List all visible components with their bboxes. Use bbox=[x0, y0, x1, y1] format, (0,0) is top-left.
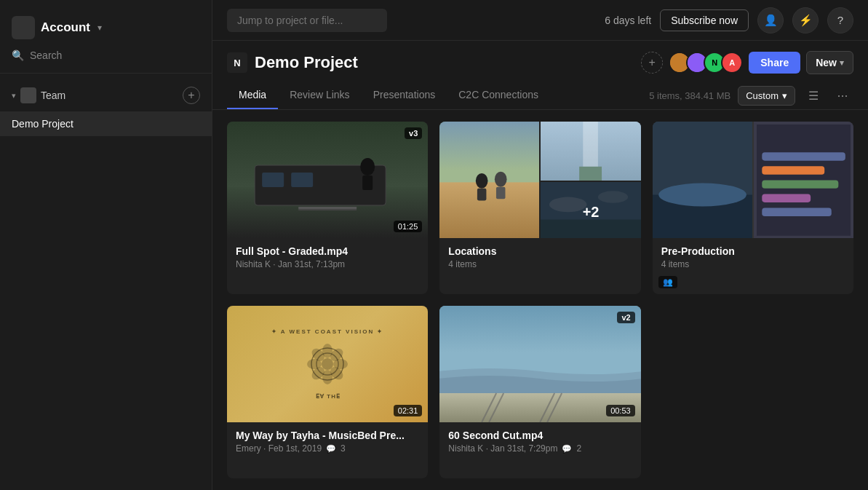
lightning-icon-button[interactable]: ⚡ bbox=[792, 7, 819, 33]
media-card-my-way[interactable]: ✦ A WEST COAST VISION ✦ bbox=[227, 306, 428, 478]
media-card-full-spot[interactable]: v3 01:25 Full Spot - Graded.mp4 Nishita … bbox=[227, 122, 428, 294]
comment-count-5: 2 bbox=[576, 443, 581, 454]
tabs-bar: Media Review Links Presentations C2C Con… bbox=[212, 82, 868, 110]
card-thumb-2: +2 bbox=[439, 122, 640, 238]
loc-thumb-2 bbox=[541, 122, 640, 181]
svg-rect-8 bbox=[362, 175, 373, 190]
loc-thumb-1 bbox=[439, 122, 539, 238]
media-card-pre-production[interactable]: +2 👥 Pre-Production 4 items bbox=[653, 122, 853, 294]
team-section: ▾ Team + Demo Project bbox=[0, 74, 212, 142]
jump-input[interactable] bbox=[227, 9, 387, 32]
account-label: Account bbox=[41, 20, 90, 35]
sidebar: Account ▾ 🔍 Search ▾ Team + Demo Project bbox=[0, 0, 212, 490]
project-title-row: N Demo Project bbox=[227, 52, 358, 73]
add-member-button[interactable]: + bbox=[641, 52, 663, 74]
svg-rect-31 bbox=[762, 194, 811, 202]
rose-figure: ✦ A WEST COAST VISION ✦ bbox=[227, 306, 428, 422]
tab-c2c-connections[interactable]: C2C Connections bbox=[447, 82, 550, 109]
card-thumb-3: +2 bbox=[653, 122, 853, 238]
project-header-right: + N A Share New ▾ bbox=[641, 51, 853, 74]
svg-rect-12 bbox=[439, 182, 539, 238]
account-avatar bbox=[12, 16, 35, 39]
media-card-60-second-cut[interactable]: v2 00:53 60 Second Cut.mp4 Nishita K · J… bbox=[439, 306, 640, 478]
sidebar-item-demo-project[interactable]: Demo Project bbox=[0, 111, 212, 136]
svg-rect-9 bbox=[298, 207, 357, 209]
pp-thumb-2 bbox=[754, 122, 853, 238]
add-team-button[interactable]: + bbox=[183, 87, 200, 104]
list-icon: ☰ bbox=[808, 89, 819, 103]
team-avatar bbox=[20, 87, 36, 103]
tabs-left: Media Review Links Presentations C2C Con… bbox=[227, 82, 550, 109]
user-icon-button[interactable]: 👤 bbox=[757, 7, 784, 33]
add-member-icon: + bbox=[649, 56, 656, 69]
new-button[interactable]: New ▾ bbox=[806, 51, 853, 74]
duration-badge-1: 01:25 bbox=[394, 221, 423, 232]
card-title-3: Pre-Production bbox=[661, 245, 845, 257]
svg-rect-14 bbox=[477, 189, 487, 201]
svg-rect-16 bbox=[496, 187, 506, 199]
card-info-2: Locations 4 items bbox=[439, 238, 640, 277]
account-row[interactable]: Account ▾ bbox=[12, 13, 200, 42]
rose-svg bbox=[298, 335, 357, 393]
avatar-group: N A bbox=[669, 52, 743, 74]
comment-icon-5: 💬 bbox=[562, 444, 572, 454]
tabs-right: 5 items, 384.41 MB Custom ▾ ☰ ··· bbox=[649, 84, 853, 106]
search-row[interactable]: 🔍 Search bbox=[12, 42, 200, 64]
avatar-4: A bbox=[721, 52, 743, 74]
folder-members-icon: 👥 bbox=[658, 276, 677, 288]
svg-point-13 bbox=[476, 173, 488, 189]
card-meta-4: Emery · Feb 1st, 2019 💬 3 bbox=[236, 443, 419, 454]
items-count: 5 items, 384.41 MB bbox=[649, 90, 730, 101]
media-grid: v3 01:25 Full Spot - Graded.mp4 Nishita … bbox=[212, 110, 868, 490]
help-icon-button[interactable]: ? bbox=[827, 7, 853, 33]
card-info-1: Full Spot - Graded.mp4 Nishita K · Jan 3… bbox=[227, 238, 428, 277]
loc-right: +2 bbox=[541, 122, 640, 238]
loc-thumb-3: +2 bbox=[541, 182, 640, 238]
brand-text-inverted: ƎHT ∀Ǝ bbox=[315, 393, 340, 400]
card-title-4: My Way by Tayha - MusicBed Pre... bbox=[236, 430, 419, 441]
trial-text: 6 days left bbox=[605, 15, 651, 26]
duration-badge-5: 00:53 bbox=[606, 405, 635, 416]
more-options-button[interactable]: ··· bbox=[832, 84, 853, 106]
tab-presentations[interactable]: Presentations bbox=[362, 82, 447, 109]
svg-point-40 bbox=[322, 358, 333, 370]
app-wrapper: Account ▾ 🔍 Search ▾ Team + Demo Project bbox=[0, 0, 868, 490]
share-button[interactable]: Share bbox=[749, 52, 800, 74]
tab-review-links[interactable]: Review Links bbox=[278, 82, 361, 109]
svg-point-15 bbox=[495, 172, 507, 187]
comment-count-4: 3 bbox=[341, 443, 346, 454]
card-meta-2: 4 items bbox=[448, 259, 632, 269]
tab-media[interactable]: Media bbox=[227, 82, 278, 109]
card-author-date-4: Emery · Feb 1st, 2019 bbox=[236, 443, 322, 454]
new-button-arrow: ▾ bbox=[840, 58, 844, 68]
help-icon: ? bbox=[837, 14, 843, 26]
svg-rect-29 bbox=[762, 166, 824, 174]
main-content: 6 days left Subscribe now 👤 ⚡ ? N Demo P… bbox=[212, 0, 868, 490]
project-header: N Demo Project + N A Share bbox=[212, 41, 868, 82]
comment-icon-4: 💬 bbox=[326, 444, 336, 454]
list-view-button[interactable]: ☰ bbox=[803, 84, 824, 106]
svg-rect-10 bbox=[298, 209, 357, 210]
card-meta-5: Nishita K · Jan 31st, 7:29pm 💬 2 bbox=[448, 443, 632, 454]
svg-point-26 bbox=[658, 183, 746, 206]
search-label: Search bbox=[30, 50, 62, 61]
top-bar-right: 6 days left Subscribe now 👤 ⚡ ? bbox=[605, 7, 853, 33]
lightning-icon: ⚡ bbox=[799, 14, 813, 27]
account-chevron-icon: ▾ bbox=[97, 23, 102, 33]
subscribe-button[interactable]: Subscribe now bbox=[660, 9, 749, 31]
user-icon: 👤 bbox=[764, 14, 778, 27]
card-title-5: 60 Second Cut.mp4 bbox=[448, 430, 632, 441]
media-card-locations[interactable]: +2 Locations 4 items bbox=[439, 122, 640, 294]
custom-sort-dropdown[interactable]: Custom ▾ bbox=[738, 86, 795, 106]
west-coast-text: ✦ A WEST COAST VISION ✦ bbox=[271, 328, 384, 335]
svg-rect-30 bbox=[762, 180, 838, 188]
card-info-3: Pre-Production 4 items bbox=[653, 238, 853, 277]
team-name: Team bbox=[41, 90, 65, 101]
team-row[interactable]: ▾ Team + bbox=[0, 79, 212, 111]
svg-rect-5 bbox=[262, 173, 284, 187]
project-color-block: N bbox=[227, 52, 247, 73]
card-author-date-5: Nishita K · Jan 31st, 7:29pm bbox=[448, 443, 557, 454]
card-meta-1: Nishita K · Jan 31st, 7:13pm bbox=[236, 259, 419, 269]
ellipsis-icon: ··· bbox=[837, 88, 848, 103]
card-thumb-5: v2 00:53 bbox=[439, 306, 640, 422]
